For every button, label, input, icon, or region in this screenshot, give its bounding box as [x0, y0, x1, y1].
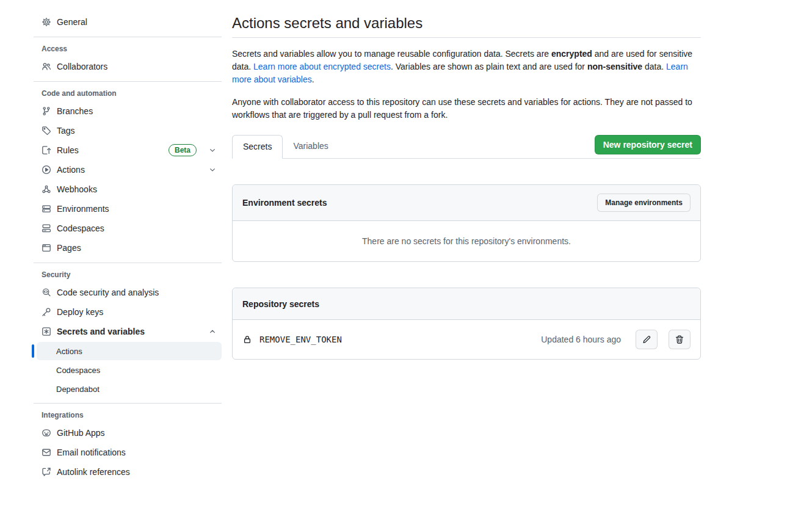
- sidebar-item-label: Autolink references: [57, 467, 130, 477]
- sidebar-section-integrations: Integrations: [34, 408, 222, 423]
- sidebar-item-codespaces[interactable]: Codespaces: [34, 219, 222, 238]
- mail-icon: [42, 448, 51, 457]
- environment-secrets-empty-message: There are no secrets for this repository…: [233, 221, 700, 261]
- repository-secrets-card: Repository secrets REMOVE_ENV_TOKEN Upda…: [232, 288, 701, 360]
- sidebar-item-label: Rules: [57, 145, 79, 155]
- sidebar-section-code-automation: Code and automation: [34, 87, 222, 101]
- server-icon: [42, 204, 51, 214]
- browser-icon: [42, 243, 51, 253]
- subnav-item-actions[interactable]: Actions: [37, 342, 222, 360]
- tab-variables[interactable]: Variables: [283, 135, 338, 158]
- intro-paragraph: Secrets and variables allow you to manag…: [232, 48, 701, 86]
- secret-updated-timestamp: Updated 6 hours ago: [541, 335, 621, 344]
- chevron-down-icon: [208, 146, 217, 154]
- sidebar-item-label: Pages: [57, 243, 81, 253]
- sidebar-item-label: Codespaces: [57, 223, 104, 233]
- manage-environments-button[interactable]: Manage environments: [597, 194, 691, 212]
- secret-row: REMOVE_ENV_TOKEN Updated 6 hours ago: [233, 320, 700, 359]
- sidebar-item-rules[interactable]: Rules Beta: [34, 140, 222, 160]
- sidebar-item-collaborators[interactable]: Collaborators: [34, 57, 222, 76]
- sidebar-section-security: Security: [34, 268, 222, 283]
- sidebar-item-label: Code security and analysis: [57, 288, 159, 297]
- repository-secrets-header: Repository secrets: [233, 288, 700, 320]
- key-icon: [42, 307, 51, 317]
- sidebar-item-actions[interactable]: Actions: [34, 160, 222, 179]
- subnav-item-codespaces[interactable]: Codespaces: [37, 361, 222, 379]
- repository-secrets-title: Repository secrets: [242, 299, 319, 309]
- sidebar-item-label: Deploy keys: [57, 307, 103, 317]
- sidebar-item-environments[interactable]: Environments: [34, 199, 222, 219]
- sidebar-divider: [34, 403, 222, 404]
- intro-bold-encrypted: encrypted: [551, 49, 592, 59]
- sidebar-item-tags[interactable]: Tags: [34, 121, 222, 140]
- play-icon: [42, 165, 51, 175]
- sidebar-item-deploy-keys[interactable]: Deploy keys: [34, 302, 222, 322]
- environment-secrets-card: Environment secrets Manage environments …: [232, 184, 701, 262]
- sidebar-item-label: Collaborators: [57, 62, 107, 71]
- edit-secret-button[interactable]: [636, 330, 658, 349]
- trash-icon: [675, 335, 684, 344]
- webhook-icon: [42, 184, 51, 194]
- sidebar-item-label: Secrets and variables: [57, 327, 145, 336]
- lock-icon: [242, 335, 252, 344]
- environment-secrets-title: Environment secrets: [242, 198, 327, 208]
- sidebar-item-label: Environments: [57, 204, 109, 214]
- fork-access-paragraph: Anyone with collaborator access to this …: [232, 96, 701, 121]
- people-icon: [42, 62, 51, 71]
- subnav-item-label: Dependabot: [56, 385, 100, 394]
- sidebar-item-github-apps[interactable]: GitHub Apps: [34, 423, 222, 443]
- intro-text: . Variables are shown as plain text and …: [391, 62, 587, 71]
- sidebar-item-webhooks[interactable]: Webhooks: [34, 179, 222, 199]
- sidebar-item-label: Branches: [57, 106, 93, 116]
- sidebar-item-label: Tags: [57, 126, 75, 136]
- tag-icon: [42, 126, 51, 136]
- beta-badge: Beta: [169, 144, 197, 156]
- chevron-up-icon: [208, 327, 217, 336]
- main-content: Actions secrets and variables Secrets an…: [232, 0, 701, 360]
- sidebar-item-label: Email notifications: [57, 448, 126, 457]
- robot-icon: [42, 428, 51, 438]
- git-branch-icon: [42, 106, 51, 116]
- delete-secret-button[interactable]: [669, 330, 691, 349]
- intro-bold-non-sensitive: non-sensitive: [587, 62, 642, 71]
- rules-icon: [42, 145, 51, 155]
- intro-text: data.: [642, 62, 666, 71]
- gear-icon: [42, 17, 51, 27]
- subnav-item-dependabot[interactable]: Dependabot: [37, 380, 222, 398]
- sidebar-item-code-security[interactable]: Code security and analysis: [34, 283, 222, 302]
- sidebar-divider: [34, 263, 222, 263]
- sidebar-divider: [34, 37, 222, 37]
- cross-reference-icon: [42, 467, 51, 477]
- subnav-item-label: Actions: [56, 347, 82, 356]
- link-encrypted-secrets[interactable]: Learn more about encrypted secrets: [253, 62, 391, 71]
- sidebar-item-label: General: [57, 17, 87, 27]
- sidebar-item-autolink-references[interactable]: Autolink references: [34, 462, 222, 482]
- sidebar-item-email-notifications[interactable]: Email notifications: [34, 443, 222, 462]
- secrets-variables-tabnav: Secrets Variables New repository secret: [232, 135, 701, 159]
- intro-text: .: [312, 74, 314, 84]
- chevron-down-icon: [208, 165, 217, 174]
- sidebar-divider: [34, 81, 222, 82]
- intro-text: Secrets and variables allow you to manag…: [232, 49, 551, 59]
- asterisk-box-icon: [42, 327, 51, 336]
- tab-secrets[interactable]: Secrets: [232, 135, 283, 159]
- codespaces-icon: [42, 223, 51, 233]
- pencil-icon: [642, 335, 651, 344]
- sidebar-item-label: GitHub Apps: [57, 428, 105, 438]
- subnav-item-label: Codespaces: [56, 366, 100, 375]
- sidebar-item-branches[interactable]: Branches: [34, 101, 222, 121]
- sidebar-item-label: Actions: [57, 165, 85, 175]
- sidebar-item-label: Webhooks: [57, 184, 97, 194]
- sidebar-item-secrets-variables[interactable]: Secrets and variables: [34, 322, 222, 341]
- secret-name: REMOVE_ENV_TOKEN: [259, 335, 342, 344]
- sidebar-section-access: Access: [34, 42, 222, 57]
- sidebar-item-general[interactable]: General: [34, 12, 222, 32]
- new-repository-secret-button[interactable]: New repository secret: [595, 135, 701, 154]
- sidebar-item-pages[interactable]: Pages: [34, 238, 222, 258]
- settings-sidebar: General Access Collaborators Code and au…: [34, 12, 222, 482]
- page-title: Actions secrets and variables: [232, 15, 701, 38]
- secrets-variables-subnav: Actions Codespaces Dependabot: [34, 342, 222, 398]
- environment-secrets-header: Environment secrets Manage environments: [233, 185, 700, 221]
- codescan-icon: [42, 288, 51, 297]
